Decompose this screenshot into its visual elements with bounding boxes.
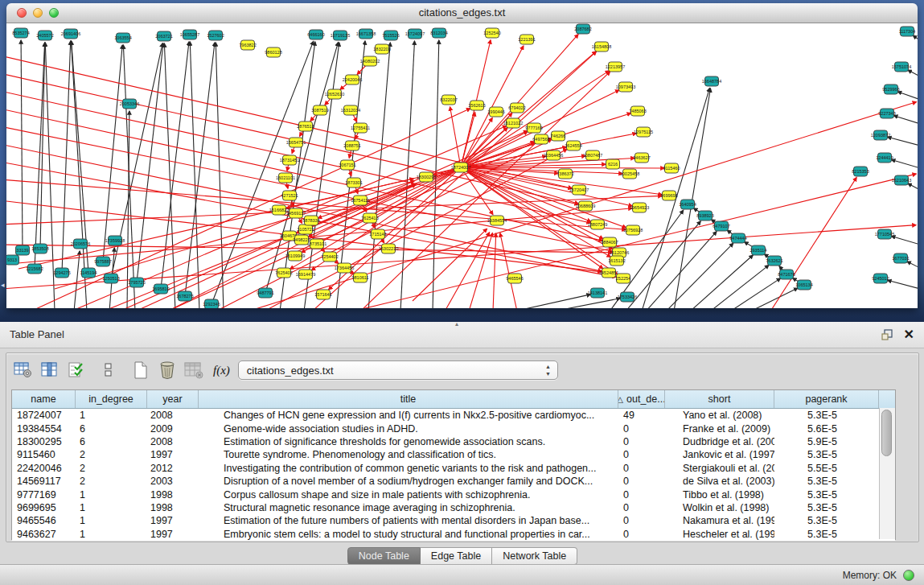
tab-edge-table[interactable]: Edge Table: [421, 547, 492, 565]
table-row[interactable]: 946554611997Estimation of the future num…: [12, 514, 895, 527]
import-table-icon[interactable]: [182, 359, 206, 381]
new-table-icon[interactable]: [129, 359, 153, 381]
graph-node[interactable]: 1292346: [203, 299, 220, 308]
graph-node[interactable]: 4271521: [281, 191, 298, 200]
graph-node[interactable]: 22420046: [343, 75, 362, 84]
graph-node[interactable]: 10688609: [576, 201, 595, 211]
graph-node[interactable]: 5878334: [302, 216, 319, 225]
graph-node[interactable]: 17364455: [335, 263, 354, 273]
graph-node[interactable]: 1832203: [373, 44, 390, 54]
graph-node[interactable]: 1873301: [345, 178, 362, 187]
graph-node[interactable]: 15724097: [405, 29, 425, 39]
graph-node[interactable]: 17533426: [618, 292, 637, 302]
graph-node[interactable]: 8471676: [778, 270, 795, 279]
graph-node[interactable]: 7254402: [321, 252, 338, 262]
graph-node[interactable]: 14080202: [360, 56, 380, 66]
splitter-collapse-icon[interactable]: ◂: [1, 281, 5, 289]
column-header-pagerank[interactable]: pagerank: [774, 390, 879, 408]
graph-node[interactable]: 18731451: [280, 155, 299, 165]
graph-node[interactable]: 10973493: [616, 82, 635, 92]
graph-node[interactable]: 3624554: [565, 141, 581, 150]
vertical-scrollbar[interactable]: [879, 408, 895, 539]
row-height-icon[interactable]: [97, 359, 121, 381]
float-panel-icon[interactable]: [881, 328, 893, 341]
graph-node[interactable]: 18807249: [588, 220, 607, 229]
graph-node[interactable]: 15166822: [269, 205, 289, 215]
graph-node[interactable]: 7515526: [382, 31, 399, 40]
graph-node[interactable]: 9487791: [257, 288, 273, 298]
graph-node[interactable]: 9498223: [293, 235, 310, 245]
graph-node[interactable]: 1715141: [369, 229, 386, 239]
graph-node[interactable]: 8535274: [12, 28, 29, 38]
graph-node[interactable]: 16021101: [276, 173, 295, 183]
graph-node[interactable]: 1250513: [102, 274, 119, 283]
graph-node[interactable]: 3105721: [297, 225, 314, 234]
graph-node[interactable]: 9975887: [94, 257, 111, 266]
table-row[interactable]: 2242004622012Investigating the contribut…: [12, 462, 895, 475]
graph-node[interactable]: 2087682: [574, 24, 591, 34]
graph-node[interactable]: 1294275: [53, 268, 70, 278]
graph-node[interactable]: 252254: [616, 274, 630, 283]
column-header-year[interactable]: year: [147, 390, 199, 408]
graph-node[interactable]: 16754111: [351, 196, 370, 205]
graph-node[interactable]: 1221391: [518, 35, 535, 44]
graph-node[interactable]: 7963822: [239, 40, 256, 50]
graph-node[interactable]: 2088751: [343, 141, 360, 150]
graph-node[interactable]: 6479107: [713, 221, 729, 231]
graph-node[interactable]: 2063721: [155, 31, 172, 41]
graph-node[interactable]: 9227343: [878, 109, 895, 118]
graph-node[interactable]: 19384554: [487, 216, 507, 225]
graph-node[interactable]: 1640954: [679, 200, 696, 209]
table-settings-icon[interactable]: [11, 359, 35, 381]
table-column-icon[interactable]: [38, 359, 62, 381]
column-header-out_de[interactable]: △out_de...: [618, 390, 665, 408]
graph-node[interactable]: 1063554: [114, 33, 131, 43]
graph-node[interactable]: 16312034: [341, 105, 360, 115]
column-header-in_degree[interactable]: in_degree: [76, 390, 147, 408]
graph-node[interactable]: 1527602: [207, 31, 224, 40]
graph-node[interactable]: 1615132: [608, 256, 625, 266]
graph-node[interactable]: 10807487: [583, 150, 602, 160]
graph-node[interactable]: 16648784: [702, 76, 721, 86]
graph-node[interactable]: 8322037: [440, 95, 457, 105]
graph-node[interactable]: 1562615: [468, 101, 485, 110]
graph-node[interactable]: 3067151: [339, 160, 355, 170]
graph-node[interactable]: 9313: [6, 255, 19, 265]
graph-node[interactable]: 12213957: [606, 62, 625, 72]
graph-node[interactable]: 9860128: [265, 47, 281, 57]
graph-node[interactable]: 10655287: [180, 30, 199, 39]
graph-node[interactable]: 1117304: [899, 27, 916, 36]
table-row[interactable]: 946362711997Embryonic stem cells: a mode…: [12, 528, 895, 541]
graph-node[interactable]: 15654751: [286, 138, 306, 147]
graph-node[interactable]: 16210643: [892, 175, 911, 185]
graph-node[interactable]: 33139: [16, 245, 30, 255]
select-rows-icon[interactable]: [64, 359, 88, 381]
graph-node[interactable]: 17710545: [875, 229, 894, 239]
table-row[interactable]: 1830029562008Estimation of significance …: [12, 435, 895, 448]
graph-node[interactable]: 15720407: [569, 185, 589, 195]
graph-node[interactable]: 9884067: [601, 237, 618, 247]
close-window-button[interactable]: [17, 8, 27, 18]
graph-node[interactable]: 3087519: [311, 105, 328, 115]
graph-node[interactable]: 2405572: [36, 31, 53, 40]
close-panel-icon[interactable]: ✕: [904, 326, 914, 344]
graph-node[interactable]: 1065134: [795, 280, 812, 290]
graph-node[interactable]: 18724007: [451, 163, 470, 172]
graph-node[interactable]: 19654923: [630, 203, 649, 212]
graph-node[interactable]: 1853508: [31, 244, 48, 253]
graph-node[interactable]: 9115460: [663, 163, 680, 173]
graph-node[interactable]: 9474444: [729, 233, 746, 243]
table-row[interactable]: 1938455462009Genome-wide association stu…: [12, 422, 895, 435]
graph-node[interactable]: 12652610: [325, 89, 344, 99]
graph-node[interactable]: 8215353: [852, 167, 869, 176]
splitter-grip[interactable]: ▴: [455, 320, 458, 328]
graph-node[interactable]: 1678275: [176, 291, 193, 301]
graph-node[interactable]: 9777169: [525, 123, 542, 133]
graph-node[interactable]: 2876513: [297, 122, 314, 131]
minimize-window-button[interactable]: [33, 8, 43, 18]
graph-node[interactable]: 16121022: [503, 118, 523, 128]
graph-node[interactable]: 7632621: [766, 256, 782, 266]
graph-node[interactable]: 6216: [606, 159, 620, 169]
graph-node[interactable]: 17359928: [105, 236, 125, 245]
graph-node[interactable]: 12093872: [871, 130, 890, 140]
